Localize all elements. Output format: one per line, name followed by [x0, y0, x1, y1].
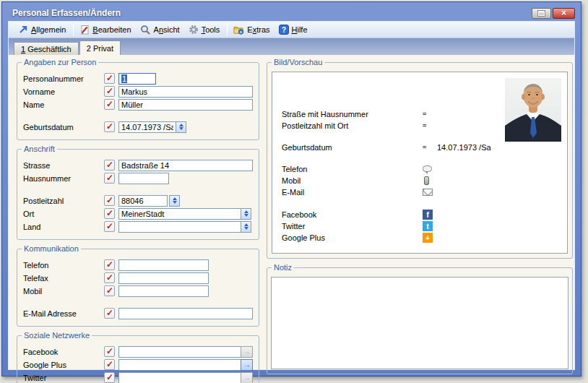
- folder-icon: o: [233, 25, 244, 35]
- notiz-textarea[interactable]: [271, 277, 568, 369]
- field-label: Personalnummer: [23, 74, 104, 83]
- tab-strip: 1 Geschäftlich 2 Privat: [9, 38, 574, 55]
- left-column: Angaben zur Person Personalnummer 1 Vorn…: [17, 62, 259, 383]
- strasse-input[interactable]: [118, 160, 253, 171]
- name-input[interactable]: [118, 99, 253, 111]
- facebook-icon: f: [423, 210, 433, 220]
- close-button[interactable]: ×: [553, 8, 575, 19]
- group-anschrift: Anschrift Strasse Hausnummer Postleitzah…: [17, 149, 259, 240]
- preview-label: Google Plus: [282, 233, 423, 242]
- ort-input[interactable]: [118, 208, 241, 220]
- group-kommunikation: Kommunikation Telefon Telefax Mobil: [17, 249, 259, 327]
- field-row: Land: [23, 220, 253, 233]
- preview-label: E-Mail: [282, 188, 423, 197]
- preview-label: Facebook: [282, 210, 423, 219]
- field-row: Hausnummer: [23, 172, 253, 184]
- toolbar-hilfe-button[interactable]: ? Hilfe: [275, 23, 313, 36]
- field-label: Mobil: [23, 287, 104, 296]
- toolbar-separator: [73, 24, 74, 36]
- check-icon[interactable]: [104, 346, 115, 357]
- edit-icon: [79, 25, 90, 35]
- twitter-input[interactable]: [118, 372, 241, 383]
- toolbar-extras-button[interactable]: o Extras: [230, 23, 274, 36]
- preview-row: Postleitzahl mit Ort =: [282, 120, 437, 131]
- check-icon[interactable]: [104, 73, 115, 84]
- check-icon[interactable]: [104, 121, 115, 132]
- equals-sign: =: [423, 122, 437, 129]
- preview-label: Postleitzahl mit Ort: [282, 121, 423, 130]
- telefax-input[interactable]: [118, 272, 209, 284]
- toolbar-label: Ansicht: [154, 25, 180, 34]
- arrow-up-right-icon: [18, 25, 28, 35]
- postleitzahl-input[interactable]: [118, 195, 168, 207]
- preview-row: E-Mail: [282, 186, 433, 197]
- spinner-buttons[interactable]: [241, 208, 251, 220]
- preview-label: Mobil: [282, 176, 423, 185]
- restore-button[interactable]: [532, 8, 551, 19]
- check-icon[interactable]: [104, 86, 115, 97]
- geburtsdatum-input[interactable]: [118, 121, 176, 133]
- field-label: E-Mail Adresse: [23, 309, 104, 318]
- tab-privat[interactable]: 2 Privat: [79, 40, 121, 55]
- spinner-buttons[interactable]: [241, 221, 251, 233]
- preview-panel: Straße mit Hausnummer = Postleitzahl mit…: [272, 72, 568, 254]
- spinner-buttons[interactable]: [169, 195, 180, 207]
- check-icon[interactable]: [104, 221, 115, 232]
- field-label: Geburtsdatum: [23, 123, 104, 132]
- group-title: Bild/Vorschau: [272, 58, 324, 66]
- vorname-input[interactable]: [118, 86, 253, 98]
- toolbar-tools-button[interactable]: Tools: [185, 23, 225, 36]
- check-icon[interactable]: [104, 285, 115, 296]
- preview-label: Telefon: [282, 165, 423, 173]
- close-icon: ×: [561, 9, 566, 17]
- check-icon[interactable]: [104, 208, 115, 219]
- check-icon[interactable]: [104, 272, 115, 283]
- open-link-button[interactable]: →: [241, 346, 253, 358]
- toolbar-ansicht-button[interactable]: Ansicht: [137, 23, 185, 36]
- preview-row: Geburtsdatum = 14.07.1973 /Sa: [282, 142, 491, 152]
- mobil-input[interactable]: [118, 285, 209, 297]
- field-row: Telefax: [23, 272, 253, 284]
- check-icon[interactable]: [104, 359, 115, 370]
- field-row: Twitter →: [23, 371, 253, 383]
- preview-label: Straße mit Hausnummer: [282, 110, 423, 119]
- hausnummer-input[interactable]: [118, 173, 169, 184]
- check-icon[interactable]: [104, 99, 115, 110]
- field-row: Mobil: [23, 285, 253, 297]
- preview-row: Google Plus +: [282, 232, 433, 243]
- email-input[interactable]: [118, 308, 253, 319]
- googleplus-input[interactable]: [118, 359, 241, 371]
- group-title: Soziale Netzwerke: [22, 331, 92, 340]
- toolbar-separator: [227, 24, 228, 36]
- mobile-phone-icon: [424, 176, 429, 185]
- group-title: Notiz: [272, 263, 294, 272]
- preview-value: 14.07.1973 /Sa: [437, 143, 491, 152]
- land-input[interactable]: [118, 221, 241, 233]
- check-icon[interactable]: [104, 195, 115, 206]
- facebook-input[interactable]: [118, 346, 241, 358]
- spinner-buttons[interactable]: [176, 121, 186, 133]
- telefon-input[interactable]: [118, 259, 209, 271]
- open-link-button[interactable]: →: [241, 359, 253, 371]
- open-link-button[interactable]: →: [241, 372, 253, 383]
- check-icon[interactable]: [104, 259, 115, 270]
- check-icon[interactable]: [104, 173, 115, 184]
- speech-bubble-icon: [423, 165, 432, 172]
- toolbar-bearbeiten-button[interactable]: Bearbeiten: [76, 23, 136, 36]
- field-label: Vorname: [23, 87, 104, 96]
- window-title: Personal Erfassen/Ändern: [12, 8, 121, 18]
- magnifier-icon: [140, 25, 151, 35]
- field-label: Telefax: [23, 274, 104, 283]
- tab-geschaeftlich[interactable]: 1 Geschäftlich: [14, 42, 79, 55]
- window-body: Allgemein Bearbeiten Ansicht Tools o Ext…: [8, 21, 575, 370]
- group-angaben-zur-person: Angaben zur Person Personalnummer 1 Vorn…: [17, 62, 259, 140]
- field-label: Strasse: [23, 161, 104, 170]
- toolbar-allgemein-button[interactable]: Allgemein: [14, 23, 71, 36]
- field-row: Postleitzahl: [23, 194, 253, 207]
- group-soziale-netzwerke: Soziale Netzwerke Facebook → Google Plus…: [17, 335, 259, 383]
- check-icon[interactable]: [104, 372, 115, 383]
- check-icon[interactable]: [104, 308, 115, 319]
- toolbar-label: Hilfe: [292, 25, 308, 34]
- toolbar-label: Bearbeiten: [92, 25, 131, 34]
- check-icon[interactable]: [104, 160, 115, 171]
